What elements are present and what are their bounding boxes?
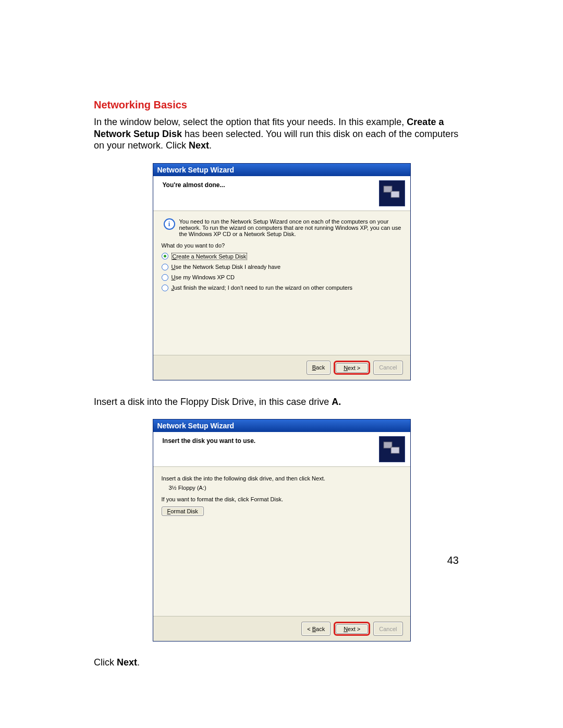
radio-label: Create a Network Setup Disk xyxy=(172,253,248,260)
format-disk-button[interactable]: Format Disk xyxy=(162,507,204,516)
back-button[interactable]: < Back xyxy=(301,622,331,636)
radio-option-use-existing-disk[interactable]: Use the Network Setup Disk I already hav… xyxy=(162,264,402,270)
radio-label: Use my Windows XP CD xyxy=(172,274,235,280)
intro-paragraph: In the window below, select the option t… xyxy=(94,116,469,152)
titlebar: Network Setup Wizard xyxy=(153,419,410,432)
info-text: You need to run the Network Setup Wizard… xyxy=(179,218,402,237)
page-number: 43 xyxy=(447,554,459,566)
radio-label: Use the Network Setup Disk I already hav… xyxy=(172,264,281,270)
click-next-text: Click Next. xyxy=(94,657,469,668)
next-button[interactable]: Next > xyxy=(336,363,368,373)
next-highlight: Next > xyxy=(334,622,370,636)
wizard-header: Insert the disk you want to use. xyxy=(153,432,410,467)
wizard-header-title: You're almost done... xyxy=(163,180,225,189)
computers-icon xyxy=(379,436,405,462)
question-text: What do you want to do? xyxy=(162,242,402,249)
wizard-window-1: Network Setup Wizard You're almost done.… xyxy=(153,163,411,380)
radio-icon xyxy=(162,253,168,260)
intro-text-e: . xyxy=(209,140,212,151)
radio-option-create-disk[interactable]: Create a Network Setup Disk xyxy=(162,253,402,260)
mid-text-bold: A. xyxy=(332,397,341,407)
section-heading: Networking Basics xyxy=(94,99,469,111)
drive-item[interactable]: 3½ Floppy (A:) xyxy=(169,485,402,491)
svg-rect-3 xyxy=(391,447,399,453)
format-hint-text: If you want to format the disk, click Fo… xyxy=(162,496,402,502)
insert-disk-text: Insert a disk the into the following dis… xyxy=(162,475,402,482)
cancel-button[interactable]: Cancel xyxy=(373,622,402,636)
titlebar: Network Setup Wizard xyxy=(153,164,410,176)
button-bar: < Back Next > Cancel xyxy=(153,616,410,641)
wizard-window-2: Network Setup Wizard Insert the disk you… xyxy=(153,419,411,641)
next-highlight: Next > xyxy=(334,361,370,375)
radio-label: Just finish the wizard; I don't need to … xyxy=(172,285,353,291)
radio-icon xyxy=(162,274,168,281)
next-button[interactable]: Next > xyxy=(336,624,368,634)
svg-rect-1 xyxy=(391,191,399,198)
radio-option-use-xp-cd[interactable]: Use my Windows XP CD xyxy=(162,274,402,281)
wizard-header: You're almost done... xyxy=(153,176,410,211)
wizard-body: Insert a disk the into the following dis… xyxy=(153,467,410,616)
mid-paragraph: Insert a disk into the Floppy Disk Drive… xyxy=(94,396,469,408)
button-bar: Back Next > Cancel xyxy=(153,355,410,380)
radio-icon xyxy=(162,264,168,270)
wizard-header-title: Insert the disk you want to use. xyxy=(163,436,256,445)
back-button[interactable]: Back xyxy=(307,361,331,375)
wizard-body: i You need to run the Network Setup Wiza… xyxy=(153,211,410,355)
mid-text-a: Insert a disk into the Floppy Disk Drive… xyxy=(94,397,332,407)
radio-option-just-finish[interactable]: Just finish the wizard; I don't need to … xyxy=(162,285,402,291)
intro-bold-2: Next xyxy=(189,140,209,151)
cancel-button[interactable]: Cancel xyxy=(373,361,402,375)
radio-icon xyxy=(162,285,168,291)
computers-icon xyxy=(379,180,405,206)
intro-text-a: In the window below, select the option t… xyxy=(94,117,407,127)
info-icon: i xyxy=(164,218,175,230)
